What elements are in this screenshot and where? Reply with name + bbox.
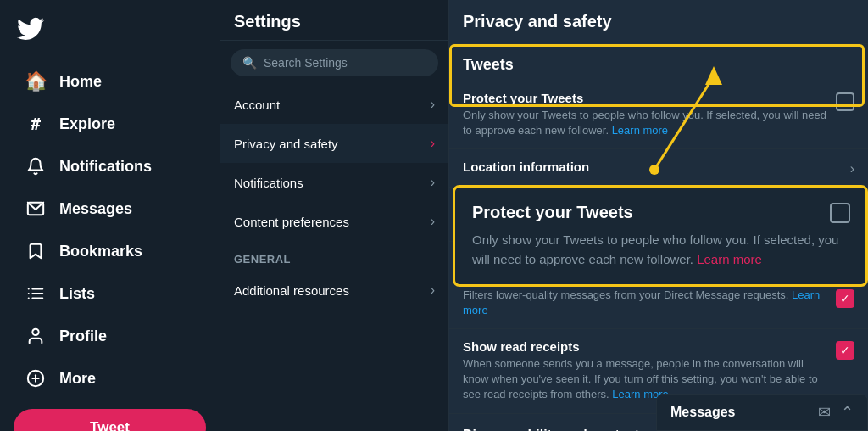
collapse-icon[interactable]: ⌃ bbox=[841, 403, 854, 422]
filter-checkbox[interactable]: ✓ bbox=[836, 289, 854, 308]
sidebar-item-label: Bookmarks bbox=[59, 243, 142, 260]
search-icon: 🔍 bbox=[242, 56, 257, 70]
tweet-button[interactable]: Tweet bbox=[14, 409, 206, 431]
sidebar-item-messages[interactable]: Messages bbox=[7, 188, 213, 229]
sidebar-item-label: Notifications bbox=[59, 158, 152, 176]
settings-header: Settings bbox=[220, 0, 448, 41]
sidebar-item-label: Home bbox=[59, 73, 102, 91]
settings-item-label: Account bbox=[234, 98, 280, 112]
main-content: Settings 🔍 Search Settings Account › Pri… bbox=[220, 0, 868, 431]
sidebar-item-label: More bbox=[59, 370, 96, 388]
chevron-right-icon: › bbox=[431, 214, 435, 229]
protect-tweets-desc: Only show your Tweets to people who foll… bbox=[463, 108, 827, 138]
chevron-right-icon: › bbox=[431, 175, 435, 190]
read-receipts-title: Show read receipts bbox=[463, 339, 827, 354]
chevron-right-icon: › bbox=[431, 136, 435, 151]
mail-icon bbox=[24, 197, 47, 221]
bottom-bar-title: Messages bbox=[670, 405, 736, 420]
sidebar-item-lists[interactable]: Lists bbox=[7, 273, 213, 314]
more-icon bbox=[24, 367, 47, 390]
sidebar-item-notifications[interactable]: Notifications bbox=[7, 146, 213, 187]
profile-icon bbox=[24, 324, 47, 348]
chevron-right-icon: › bbox=[431, 283, 435, 298]
settings-item-notifications[interactable]: Notifications › bbox=[220, 163, 448, 202]
sidebar-item-label: Profile bbox=[59, 327, 107, 345]
sidebar-nav: 🏠 Home # Explore Notifications Messages … bbox=[0, 59, 220, 400]
bell-icon bbox=[24, 154, 47, 178]
chevron-right-icon: › bbox=[431, 97, 435, 112]
chevron-right-icon: › bbox=[850, 161, 854, 176]
filter-low-quality-content: Filters lower-quality messages from your… bbox=[463, 288, 836, 318]
sidebar-item-bookmarks[interactable]: Bookmarks bbox=[7, 231, 213, 271]
svg-point-7 bbox=[32, 329, 38, 335]
explore-icon: # bbox=[24, 112, 47, 136]
protect-tweets-checkbox[interactable] bbox=[836, 92, 854, 111]
sidebar-item-home[interactable]: 🏠 Home bbox=[7, 61, 213, 102]
home-icon: 🏠 bbox=[24, 70, 47, 93]
settings-item-content[interactable]: Content preferences › bbox=[220, 202, 448, 241]
location-info-content: Location information bbox=[463, 160, 850, 176]
tweets-section-title: Tweets bbox=[449, 44, 868, 81]
general-section-label: General bbox=[220, 241, 448, 271]
sidebar-item-profile[interactable]: Profile bbox=[7, 316, 213, 356]
protect-tweets-learn-more[interactable]: Learn more bbox=[612, 124, 668, 137]
protect-tweets-popup: Protect your Tweets Only show your Tweet… bbox=[453, 185, 868, 287]
settings-item-label: Content preferences bbox=[234, 215, 349, 229]
popup-checkbox[interactable] bbox=[830, 203, 850, 223]
settings-item-additional[interactable]: Additional resources › bbox=[220, 271, 448, 310]
location-info-item[interactable]: Location information › bbox=[449, 149, 868, 188]
location-info-title: Location information bbox=[463, 160, 842, 174]
sidebar: 🏠 Home # Explore Notifications Messages … bbox=[0, 0, 220, 431]
privacy-safety-header: Privacy and safety bbox=[449, 0, 868, 44]
privacy-safety-panel: Privacy and safety Tweets Protect your T… bbox=[449, 0, 868, 431]
sidebar-item-label: Lists bbox=[59, 285, 95, 303]
protect-tweets-title: Protect your Tweets bbox=[463, 91, 827, 105]
settings-item-account[interactable]: Account › bbox=[220, 85, 448, 124]
settings-item-label: Additional resources bbox=[234, 283, 349, 298]
bottom-bar-icons: ✉ ⌃ bbox=[818, 403, 854, 422]
filter-low-quality-desc: Filters lower-quality messages from your… bbox=[463, 288, 827, 318]
messages-bottom-bar: Messages ✉ ⌃ bbox=[656, 394, 868, 431]
settings-item-label: Notifications bbox=[234, 176, 303, 190]
receipts-checkbox[interactable]: ✓ bbox=[836, 341, 854, 360]
sidebar-item-more[interactable]: More bbox=[7, 358, 213, 399]
settings-item-label: Privacy and safety bbox=[234, 137, 338, 151]
settings-panel: Settings 🔍 Search Settings Account › Pri… bbox=[220, 0, 449, 431]
popup-learn-more[interactable]: Learn more bbox=[697, 252, 762, 266]
settings-item-privacy[interactable]: Privacy and safety › bbox=[220, 124, 448, 163]
search-placeholder: Search Settings bbox=[264, 56, 348, 70]
compose-message-icon[interactable]: ✉ bbox=[818, 403, 831, 422]
twitter-logo bbox=[0, 7, 220, 59]
sidebar-item-label: Explore bbox=[59, 115, 115, 133]
popup-title: Protect your Tweets bbox=[472, 203, 849, 222]
lists-icon bbox=[24, 282, 47, 305]
settings-search-bar[interactable]: 🔍 Search Settings bbox=[231, 49, 438, 76]
protect-tweets-content: Protect your Tweets Only show your Tweet… bbox=[463, 91, 836, 138]
sidebar-item-label: Messages bbox=[59, 200, 132, 218]
protect-tweets-item[interactable]: Protect your Tweets Only show your Tweet… bbox=[449, 81, 868, 149]
sidebar-item-explore[interactable]: # Explore bbox=[7, 104, 213, 144]
settings-search-area: 🔍 Search Settings bbox=[220, 41, 448, 85]
bookmark-icon bbox=[24, 239, 47, 263]
popup-desc: Only show your Tweets to people who foll… bbox=[472, 231, 849, 269]
